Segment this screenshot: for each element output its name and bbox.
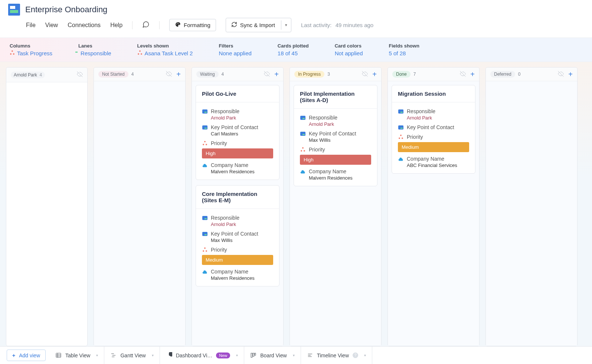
column-done: Done 7 + Migration Session Responsible A… xyxy=(387,67,480,346)
cloud-icon xyxy=(202,162,208,168)
column-body[interactable]: Migration Session Responsible Arnold Par… xyxy=(388,81,479,346)
svg-point-17 xyxy=(301,150,302,152)
field-label: Company Name xyxy=(309,168,346,174)
page-title: Enterprise Onboarding xyxy=(25,5,107,14)
column-title[interactable]: Deferred xyxy=(490,71,515,78)
tab-gantt-view[interactable]: Gantt View▾ xyxy=(104,347,160,364)
svg-point-18 xyxy=(304,150,305,152)
field-label: Key Point of Contact xyxy=(211,124,258,130)
column-title[interactable]: Done xyxy=(392,71,411,78)
column-title[interactable]: Not Started xyxy=(98,71,128,78)
board-icon xyxy=(250,352,256,358)
field-label: Priority xyxy=(211,140,227,146)
visibility-toggle-icon[interactable] xyxy=(264,71,270,78)
kanban-card[interactable]: Core Implementation (Sites E-M) Responsi… xyxy=(196,185,279,286)
add-card-button[interactable]: + xyxy=(568,70,573,78)
divider xyxy=(132,21,133,29)
visibility-toggle-icon[interactable] xyxy=(77,71,83,78)
filter-fieldsshown-value[interactable]: 5 of 28 xyxy=(389,50,419,56)
svg-point-20 xyxy=(399,138,400,139)
field-label: Priority xyxy=(309,147,325,153)
new-badge: New xyxy=(216,352,230,358)
cloud-icon xyxy=(398,156,404,162)
svg-rect-29 xyxy=(251,353,252,357)
tab-board-view[interactable]: Board View▾ xyxy=(244,347,301,364)
svg-point-13 xyxy=(204,247,206,249)
menu-file[interactable]: File xyxy=(26,22,36,29)
chevron-down-icon[interactable]: ▾ xyxy=(236,353,238,357)
add-card-button[interactable]: + xyxy=(372,70,377,78)
app-logo[interactable] xyxy=(8,4,20,16)
priority-chip: High xyxy=(202,148,273,158)
svg-rect-22 xyxy=(56,353,61,357)
nodes-icon xyxy=(202,140,208,146)
field-label: Responsible xyxy=(211,108,239,114)
sync-import-button[interactable]: Sync & Import ▾ xyxy=(226,18,291,32)
column-body[interactable] xyxy=(486,81,577,346)
menu-connections[interactable]: Connections xyxy=(68,22,101,29)
chevron-down-icon[interactable]: ▾ xyxy=(293,353,295,357)
field-label: Company Name xyxy=(211,269,248,275)
lane-icon xyxy=(398,109,403,114)
visibility-toggle-icon[interactable] xyxy=(362,71,368,78)
field-label: Company Name xyxy=(211,162,248,168)
column-title[interactable]: Waiting xyxy=(196,71,219,78)
nodes-icon xyxy=(137,50,143,56)
sync-import-label: Sync & Import xyxy=(240,22,275,28)
column-title[interactable]: In Progress xyxy=(294,71,324,78)
field-label: Responsible xyxy=(309,115,337,121)
filter-cardsplotted-value[interactable]: 18 of 45 xyxy=(278,50,309,56)
chevron-down-icon[interactable]: ▾ xyxy=(364,353,366,357)
lane-person-name[interactable]: Arnold Park 4 xyxy=(11,72,45,78)
add-card-button[interactable]: + xyxy=(274,70,279,78)
timeline-icon xyxy=(307,352,313,358)
formatting-button[interactable]: Formatting xyxy=(169,19,216,31)
kanban-board: Arnold Park 4 Not Started 4 + Waiting xyxy=(0,62,592,346)
visibility-toggle-icon[interactable] xyxy=(166,71,172,78)
priority-chip: Medium xyxy=(202,255,273,265)
filter-levels-value[interactable]: Asana Task Level 2 xyxy=(137,50,193,56)
filter-lanes-label: Lanes xyxy=(78,43,111,49)
filter-filters-value[interactable]: None applied xyxy=(219,50,251,56)
comments-icon[interactable] xyxy=(142,21,150,29)
column-body[interactable]: Pilot Implementation (Sites A-D) Respons… xyxy=(290,81,381,346)
svg-rect-30 xyxy=(253,353,254,357)
svg-point-6 xyxy=(13,53,14,55)
column-body[interactable] xyxy=(94,81,185,346)
svg-point-21 xyxy=(402,138,403,139)
add-view-button[interactable]: + Add view xyxy=(7,350,46,361)
card-title: Core Implementation (Sites E-M) xyxy=(196,186,279,209)
lane-icon xyxy=(202,232,207,236)
kanban-card[interactable]: Pilot Implementation (Sites A-D) Respons… xyxy=(294,85,377,186)
cloud-icon xyxy=(202,269,208,275)
chevron-down-icon[interactable]: ▾ xyxy=(152,353,154,357)
column-count: 4 xyxy=(131,72,134,77)
sync-import-dropdown[interactable]: ▾ xyxy=(281,20,291,30)
lane-panel: Arnold Park 4 xyxy=(6,67,88,346)
field-label: Priority xyxy=(407,134,423,140)
tab-timeline-view[interactable]: Timeline View ? ▾ xyxy=(301,347,372,364)
nodes-icon xyxy=(300,147,306,153)
add-card-button[interactable]: + xyxy=(176,70,181,78)
table-icon xyxy=(55,352,62,358)
palette-icon xyxy=(175,22,181,29)
field-value: Arnold Park xyxy=(309,121,371,127)
filter-lanes-value[interactable]: Responsible xyxy=(78,50,111,56)
add-card-button[interactable]: + xyxy=(470,70,475,78)
filter-cardcolors-value[interactable]: Not applied xyxy=(335,50,363,56)
kanban-card[interactable]: Pilot Go-Live Responsible Arnold Park Ke… xyxy=(196,85,279,180)
help-icon[interactable]: ? xyxy=(353,352,358,358)
column-body[interactable]: Pilot Go-Live Responsible Arnold Park Ke… xyxy=(192,81,283,346)
filter-columns-value[interactable]: Task Progress xyxy=(10,50,52,56)
menu-help[interactable]: Help xyxy=(110,22,122,29)
tab-table-view[interactable]: Table View▾ xyxy=(49,347,104,364)
menu-view[interactable]: View xyxy=(45,22,58,29)
column-count: 7 xyxy=(413,72,416,77)
lane-icon xyxy=(202,109,207,114)
visibility-toggle-icon[interactable] xyxy=(558,71,564,78)
chevron-down-icon[interactable]: ▾ xyxy=(96,353,98,357)
visibility-toggle-icon[interactable] xyxy=(460,71,466,78)
tab-dashboard-view[interactable]: Dashboard Vi… New ▾ xyxy=(160,347,245,364)
kanban-card[interactable]: Migration Session Responsible Arnold Par… xyxy=(392,85,475,174)
field-value: Arnold Park xyxy=(211,222,273,227)
